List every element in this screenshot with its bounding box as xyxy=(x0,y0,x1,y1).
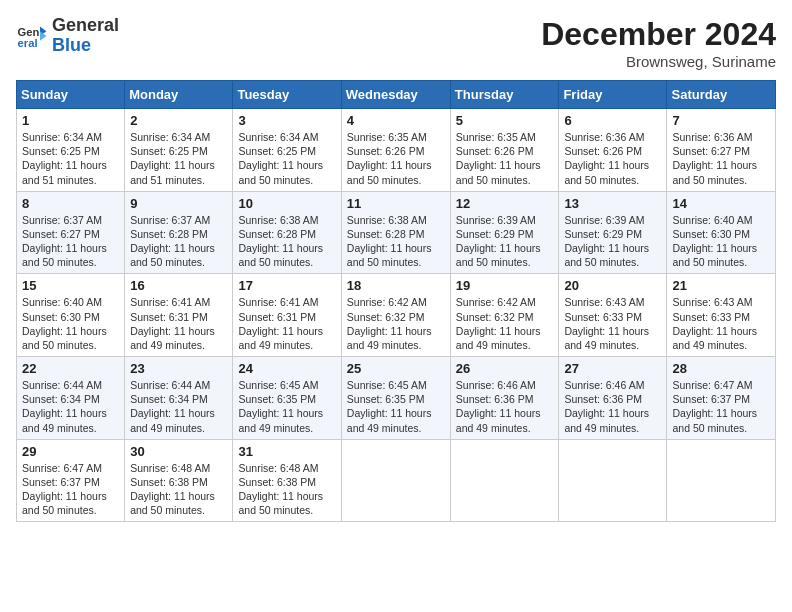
day-number: 10 xyxy=(238,196,335,211)
weekday-header: Monday xyxy=(125,81,233,109)
svg-text:eral: eral xyxy=(18,37,38,49)
day-info: Sunrise: 6:45 AM Sunset: 6:35 PM Dayligh… xyxy=(238,378,335,435)
day-number: 2 xyxy=(130,113,227,128)
day-number: 29 xyxy=(22,444,119,459)
calendar-day-cell: 23 Sunrise: 6:44 AM Sunset: 6:34 PM Dayl… xyxy=(125,357,233,440)
day-number: 15 xyxy=(22,278,119,293)
calendar-day-cell: 22 Sunrise: 6:44 AM Sunset: 6:34 PM Dayl… xyxy=(17,357,125,440)
calendar-day-cell: 15 Sunrise: 6:40 AM Sunset: 6:30 PM Dayl… xyxy=(17,274,125,357)
day-number: 22 xyxy=(22,361,119,376)
day-number: 1 xyxy=(22,113,119,128)
weekday-header: Tuesday xyxy=(233,81,341,109)
calendar-day-cell: 6 Sunrise: 6:36 AM Sunset: 6:26 PM Dayli… xyxy=(559,109,667,192)
weekday-header-row: SundayMondayTuesdayWednesdayThursdayFrid… xyxy=(17,81,776,109)
calendar-day-cell: 25 Sunrise: 6:45 AM Sunset: 6:35 PM Dayl… xyxy=(341,357,450,440)
calendar-day-cell: 10 Sunrise: 6:38 AM Sunset: 6:28 PM Dayl… xyxy=(233,191,341,274)
calendar-day-cell: 19 Sunrise: 6:42 AM Sunset: 6:32 PM Dayl… xyxy=(450,274,559,357)
calendar-day-cell: 28 Sunrise: 6:47 AM Sunset: 6:37 PM Dayl… xyxy=(667,357,776,440)
empty-cell xyxy=(667,439,776,522)
day-info: Sunrise: 6:47 AM Sunset: 6:37 PM Dayligh… xyxy=(22,461,119,518)
day-number: 17 xyxy=(238,278,335,293)
day-info: Sunrise: 6:41 AM Sunset: 6:31 PM Dayligh… xyxy=(238,295,335,352)
day-number: 7 xyxy=(672,113,770,128)
day-number: 5 xyxy=(456,113,554,128)
day-info: Sunrise: 6:38 AM Sunset: 6:28 PM Dayligh… xyxy=(238,213,335,270)
location: Brownsweg, Suriname xyxy=(541,53,776,70)
day-number: 31 xyxy=(238,444,335,459)
day-info: Sunrise: 6:48 AM Sunset: 6:38 PM Dayligh… xyxy=(130,461,227,518)
day-info: Sunrise: 6:46 AM Sunset: 6:36 PM Dayligh… xyxy=(456,378,554,435)
weekday-header: Wednesday xyxy=(341,81,450,109)
day-info: Sunrise: 6:42 AM Sunset: 6:32 PM Dayligh… xyxy=(456,295,554,352)
calendar-day-cell: 21 Sunrise: 6:43 AM Sunset: 6:33 PM Dayl… xyxy=(667,274,776,357)
day-number: 4 xyxy=(347,113,445,128)
day-info: Sunrise: 6:41 AM Sunset: 6:31 PM Dayligh… xyxy=(130,295,227,352)
day-number: 25 xyxy=(347,361,445,376)
day-number: 14 xyxy=(672,196,770,211)
calendar-day-cell: 13 Sunrise: 6:39 AM Sunset: 6:29 PM Dayl… xyxy=(559,191,667,274)
calendar-day-cell: 7 Sunrise: 6:36 AM Sunset: 6:27 PM Dayli… xyxy=(667,109,776,192)
day-info: Sunrise: 6:37 AM Sunset: 6:28 PM Dayligh… xyxy=(130,213,227,270)
day-number: 23 xyxy=(130,361,227,376)
calendar-day-cell: 14 Sunrise: 6:40 AM Sunset: 6:30 PM Dayl… xyxy=(667,191,776,274)
logo-blue: Blue xyxy=(52,36,119,56)
calendar-day-cell: 1 Sunrise: 6:34 AM Sunset: 6:25 PM Dayli… xyxy=(17,109,125,192)
day-number: 11 xyxy=(347,196,445,211)
day-number: 12 xyxy=(456,196,554,211)
calendar-day-cell: 29 Sunrise: 6:47 AM Sunset: 6:37 PM Dayl… xyxy=(17,439,125,522)
calendar-day-cell: 20 Sunrise: 6:43 AM Sunset: 6:33 PM Dayl… xyxy=(559,274,667,357)
calendar-day-cell: 24 Sunrise: 6:45 AM Sunset: 6:35 PM Dayl… xyxy=(233,357,341,440)
calendar-day-cell: 18 Sunrise: 6:42 AM Sunset: 6:32 PM Dayl… xyxy=(341,274,450,357)
calendar-day-cell: 5 Sunrise: 6:35 AM Sunset: 6:26 PM Dayli… xyxy=(450,109,559,192)
day-number: 9 xyxy=(130,196,227,211)
calendar-day-cell: 31 Sunrise: 6:48 AM Sunset: 6:38 PM Dayl… xyxy=(233,439,341,522)
page-header: Gen eral General Blue December 2024 Brow… xyxy=(16,16,776,70)
calendar-day-cell: 2 Sunrise: 6:34 AM Sunset: 6:25 PM Dayli… xyxy=(125,109,233,192)
calendar-table: SundayMondayTuesdayWednesdayThursdayFrid… xyxy=(16,80,776,522)
day-number: 28 xyxy=(672,361,770,376)
day-info: Sunrise: 6:35 AM Sunset: 6:26 PM Dayligh… xyxy=(456,130,554,187)
day-info: Sunrise: 6:43 AM Sunset: 6:33 PM Dayligh… xyxy=(564,295,661,352)
calendar-week-row: 8 Sunrise: 6:37 AM Sunset: 6:27 PM Dayli… xyxy=(17,191,776,274)
month-year: December 2024 xyxy=(541,16,776,53)
calendar-day-cell: 27 Sunrise: 6:46 AM Sunset: 6:36 PM Dayl… xyxy=(559,357,667,440)
day-info: Sunrise: 6:39 AM Sunset: 6:29 PM Dayligh… xyxy=(456,213,554,270)
day-number: 18 xyxy=(347,278,445,293)
calendar-week-row: 1 Sunrise: 6:34 AM Sunset: 6:25 PM Dayli… xyxy=(17,109,776,192)
calendar-day-cell: 16 Sunrise: 6:41 AM Sunset: 6:31 PM Dayl… xyxy=(125,274,233,357)
day-number: 26 xyxy=(456,361,554,376)
day-info: Sunrise: 6:40 AM Sunset: 6:30 PM Dayligh… xyxy=(672,213,770,270)
logo: Gen eral General Blue xyxy=(16,16,119,56)
calendar-week-row: 22 Sunrise: 6:44 AM Sunset: 6:34 PM Dayl… xyxy=(17,357,776,440)
calendar-day-cell: 11 Sunrise: 6:38 AM Sunset: 6:28 PM Dayl… xyxy=(341,191,450,274)
day-info: Sunrise: 6:44 AM Sunset: 6:34 PM Dayligh… xyxy=(22,378,119,435)
day-info: Sunrise: 6:46 AM Sunset: 6:36 PM Dayligh… xyxy=(564,378,661,435)
day-number: 30 xyxy=(130,444,227,459)
day-info: Sunrise: 6:43 AM Sunset: 6:33 PM Dayligh… xyxy=(672,295,770,352)
day-number: 21 xyxy=(672,278,770,293)
day-number: 3 xyxy=(238,113,335,128)
calendar-day-cell: 30 Sunrise: 6:48 AM Sunset: 6:38 PM Dayl… xyxy=(125,439,233,522)
day-info: Sunrise: 6:34 AM Sunset: 6:25 PM Dayligh… xyxy=(238,130,335,187)
weekday-header: Friday xyxy=(559,81,667,109)
day-info: Sunrise: 6:34 AM Sunset: 6:25 PM Dayligh… xyxy=(130,130,227,187)
empty-cell xyxy=(559,439,667,522)
day-number: 20 xyxy=(564,278,661,293)
day-number: 6 xyxy=(564,113,661,128)
day-info: Sunrise: 6:40 AM Sunset: 6:30 PM Dayligh… xyxy=(22,295,119,352)
weekday-header: Saturday xyxy=(667,81,776,109)
day-info: Sunrise: 6:39 AM Sunset: 6:29 PM Dayligh… xyxy=(564,213,661,270)
day-number: 16 xyxy=(130,278,227,293)
day-number: 13 xyxy=(564,196,661,211)
day-info: Sunrise: 6:38 AM Sunset: 6:28 PM Dayligh… xyxy=(347,213,445,270)
empty-cell xyxy=(450,439,559,522)
day-number: 19 xyxy=(456,278,554,293)
logo-icon: Gen eral xyxy=(16,20,48,52)
calendar-week-row: 15 Sunrise: 6:40 AM Sunset: 6:30 PM Dayl… xyxy=(17,274,776,357)
day-info: Sunrise: 6:37 AM Sunset: 6:27 PM Dayligh… xyxy=(22,213,119,270)
day-number: 24 xyxy=(238,361,335,376)
day-info: Sunrise: 6:44 AM Sunset: 6:34 PM Dayligh… xyxy=(130,378,227,435)
calendar-day-cell: 8 Sunrise: 6:37 AM Sunset: 6:27 PM Dayli… xyxy=(17,191,125,274)
calendar-day-cell: 12 Sunrise: 6:39 AM Sunset: 6:29 PM Dayl… xyxy=(450,191,559,274)
empty-cell xyxy=(341,439,450,522)
